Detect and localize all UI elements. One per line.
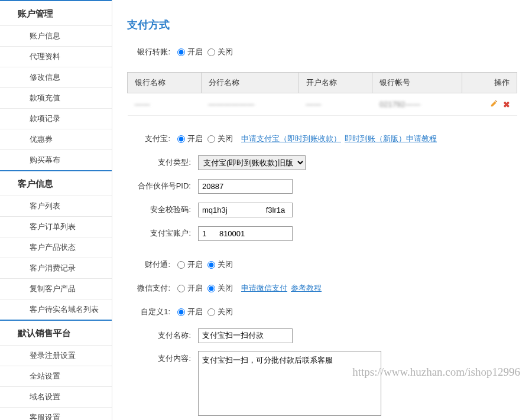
table-header-account-name: 开户名称 (299, 73, 372, 93)
cell-actions: ✖ (462, 93, 517, 116)
cell-account-name: —— (299, 93, 372, 116)
wechat-on[interactable]: 开启 (177, 283, 203, 294)
wechat-on-radio[interactable] (177, 285, 185, 292)
sidebar-section-platform: 默认销售平台 (0, 320, 112, 345)
sidebar-item-consumption-records[interactable]: 客户消费记录 (0, 258, 112, 278)
table-row: —— —————— —— 021792—— ✖ (128, 93, 517, 116)
sidebar-section-account: 账户管理 (0, 0, 112, 25)
tenpay-label: 财付通: (127, 259, 177, 270)
alipay-pid-input[interactable] (198, 179, 293, 194)
sidebar-item-pending-domains[interactable]: 客户待实名域名列表 (0, 299, 112, 320)
alipay-off[interactable]: 关闭 (207, 134, 233, 144)
alipay-key-label: 安全校验码: (127, 204, 198, 215)
alipay-row: 支付宝: 开启 关闭 申请支付宝（即时到账收款） 即时到账（新版）申请教程 (127, 131, 517, 147)
sidebar-item-modify-info[interactable]: 修改信息 (0, 67, 112, 87)
bank-transfer-on[interactable]: 开启 (177, 47, 203, 57)
custom1-content-textarea[interactable] (198, 351, 381, 416)
alipay-account-row: 支付宝账户: (127, 225, 517, 242)
alipay-on-radio[interactable] (177, 135, 185, 143)
alipay-off-text: 关闭 (218, 134, 233, 144)
custom1-row: 自定义1: 开启 关闭 (127, 304, 517, 320)
alipay-pid-row: 合作伙伴号PID: (127, 178, 517, 194)
sidebar: 账户管理 账户信息 代理资料 修改信息 款项充值 款项记录 优惠券 购买幕布 客… (0, 0, 112, 420)
cell-bank-name: —— (128, 93, 202, 116)
alipay-on[interactable]: 开启 (177, 134, 203, 144)
sidebar-item-agent-info[interactable]: 代理资料 (0, 46, 112, 67)
alipay-tutorial-link[interactable]: 即时到账（新版）申请教程 (345, 134, 437, 144)
custom1-name-input[interactable] (198, 328, 293, 343)
sidebar-item-domain-settings[interactable]: 域名设置 (0, 386, 112, 407)
sidebar-item-payment-records[interactable]: 款项记录 (0, 108, 112, 129)
tenpay-off-text: 关闭 (218, 259, 233, 270)
sidebar-item-customer-list[interactable]: 客户列表 (0, 196, 112, 216)
page-title: 支付方式 (127, 18, 517, 32)
alipay-pid-label: 合作伙伴号PID: (127, 181, 198, 191)
custom1-content-label: 支付内容: (127, 351, 198, 364)
alipay-on-text: 开启 (187, 134, 203, 144)
alipay-off-radio[interactable] (207, 135, 215, 143)
bank-accounts-table: 银行名称 分行名称 开户名称 银行帐号 操作 —— —————— —— 0217… (127, 72, 517, 116)
sidebar-section-customer: 客户信息 (0, 170, 112, 196)
table-header-branch: 分行名称 (201, 73, 299, 93)
custom1-on-text: 开启 (187, 307, 203, 317)
edit-icon[interactable] (490, 99, 498, 108)
table-header-bank-name: 银行名称 (128, 73, 202, 93)
tenpay-off[interactable]: 关闭 (207, 259, 233, 270)
table-header-actions: 操作 (462, 73, 517, 93)
bank-transfer-off-radio[interactable] (207, 48, 215, 56)
custom1-on[interactable]: 开启 (177, 307, 203, 317)
alipay-key-input[interactable] (198, 203, 293, 217)
custom1-off-radio[interactable] (207, 308, 215, 316)
custom1-off-text: 关闭 (218, 307, 233, 317)
cell-branch: —————— (201, 93, 299, 116)
wechat-tutorial-link[interactable]: 参考教程 (291, 283, 322, 294)
bank-transfer-on-radio[interactable] (177, 48, 185, 56)
sidebar-item-buy-curtain[interactable]: 购买幕布 (0, 149, 112, 170)
alipay-type-select[interactable]: 支付宝(即时到账收款)旧版 (198, 155, 306, 170)
sidebar-item-product-status[interactable]: 客户产品状态 (0, 237, 112, 258)
sidebar-item-copy-product[interactable]: 复制客户产品 (0, 278, 112, 299)
bank-transfer-off[interactable]: 关闭 (207, 47, 233, 57)
wechat-off-radio[interactable] (207, 285, 215, 292)
bank-transfer-on-text: 开启 (187, 47, 203, 57)
table-header-account-number: 银行帐号 (372, 73, 462, 93)
alipay-key-row: 安全校验码: (127, 201, 517, 218)
wechat-off-text: 关闭 (218, 283, 233, 294)
bank-transfer-label: 银行转账: (127, 47, 177, 57)
sidebar-item-login-settings[interactable]: 登录注册设置 (0, 345, 112, 366)
tenpay-off-radio[interactable] (207, 261, 215, 269)
wechat-apply-link[interactable]: 申请微信支付 (241, 283, 287, 294)
custom1-label: 自定义1: (127, 307, 177, 317)
alipay-label: 支付宝: (127, 134, 177, 144)
sidebar-item-service-settings[interactable]: 客服设置 (0, 407, 112, 420)
custom1-on-radio[interactable] (177, 308, 185, 316)
sidebar-item-site-settings[interactable]: 全站设置 (0, 366, 112, 386)
sidebar-item-account-info[interactable]: 账户信息 (0, 25, 112, 46)
alipay-apply-link[interactable]: 申请支付宝（即时到账收款） (241, 134, 341, 144)
custom1-name-label: 支付名称: (127, 330, 198, 341)
sidebar-item-customer-orders[interactable]: 客户订单列表 (0, 216, 112, 237)
cell-account-number: 021792—— (372, 93, 462, 116)
tenpay-on-radio[interactable] (177, 261, 185, 269)
custom1-off[interactable]: 关闭 (207, 307, 233, 317)
alipay-type-row: 支付类型: 支付宝(即时到账收款)旧版 (127, 154, 517, 171)
wechat-label: 微信支付: (127, 283, 177, 294)
tenpay-on[interactable]: 开启 (177, 259, 203, 270)
main-content: 支付方式 银行转账: 开启 关闭 银行名称 分行名称 开户名称 银行帐号 操作 … (112, 0, 532, 420)
wechat-on-text: 开启 (187, 283, 203, 294)
bank-transfer-off-text: 关闭 (218, 47, 233, 57)
bank-transfer-row: 银行转账: 开启 关闭 (127, 44, 517, 60)
sidebar-item-coupons[interactable]: 优惠券 (0, 129, 112, 149)
alipay-account-input[interactable] (198, 226, 293, 241)
tenpay-row: 财付通: 开启 关闭 (127, 256, 517, 273)
custom1-content-row: 支付内容: (127, 351, 517, 416)
custom1-name-row: 支付名称: (127, 327, 517, 344)
alipay-type-label: 支付类型: (127, 157, 198, 168)
delete-icon[interactable]: ✖ (503, 100, 510, 109)
wechat-off[interactable]: 关闭 (207, 283, 233, 294)
sidebar-item-recharge[interactable]: 款项充值 (0, 87, 112, 108)
tenpay-on-text: 开启 (187, 259, 203, 270)
alipay-account-label: 支付宝账户: (127, 228, 198, 239)
wechat-row: 微信支付: 开启 关闭 申请微信支付 参考教程 (127, 280, 517, 297)
